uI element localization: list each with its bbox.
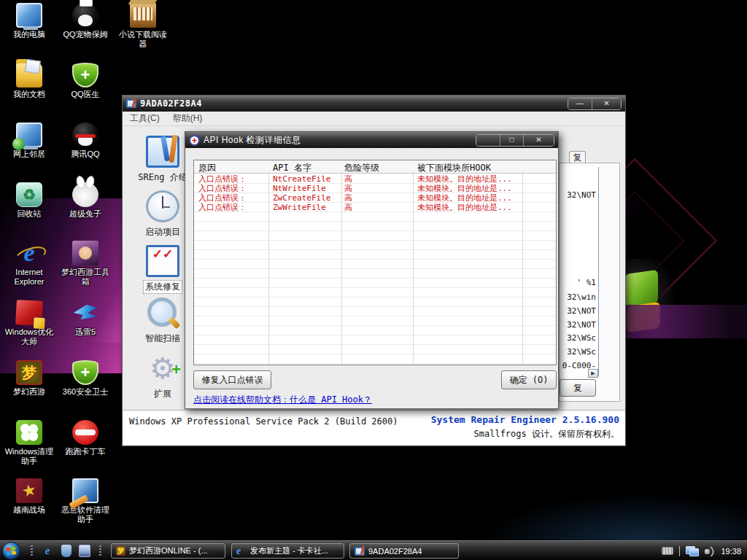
sidebar-item-smart-scan[interactable]: 智能扫描	[133, 297, 192, 345]
list-line: ' %1	[577, 278, 597, 287]
col-api-name[interactable]: API 名字	[273, 162, 311, 174]
desktop-icon-recycle-bin[interactable]: ♻ 回收站	[1, 182, 57, 219]
desktop-icon-tencent-qq[interactable]: 腾讯QQ	[58, 122, 113, 159]
col-reason[interactable]: 原因	[198, 162, 216, 174]
shield-plus-glyph: +	[74, 362, 97, 384]
table-row[interactable]: 入口点错误： NtCreateFile 高 未知模块。目的地址是...	[194, 174, 556, 184]
sidebar-label: 智能扫描	[145, 332, 180, 345]
green-shield-icon: +	[72, 63, 98, 88]
desktop-icon-qq-pet[interactable]: QQ宠物保姆	[58, 3, 113, 39]
table-row[interactable]: 入口点错误： NtWriteFile 高 未知模块。目的地址是...	[194, 184, 556, 193]
tab-system-repair-fragment[interactable]: 复	[569, 151, 586, 163]
cell-reason: 入口点错误：	[198, 203, 247, 212]
col-risk-level[interactable]: 危险等级	[344, 162, 379, 174]
desktop-icon-qq-doctor[interactable]: + QQ医生	[58, 63, 113, 99]
desktop-icon-super-rabbit[interactable]: 超级兔子	[58, 182, 113, 219]
desktop-icon-windows-cleaner[interactable]: Windows清理助手	[1, 420, 57, 466]
list-line: 32\NOT	[567, 190, 596, 200]
quicklaunch-messenger-icon[interactable]	[61, 545, 71, 557]
table-row[interactable]: 入口点错误： ZwWriteFile 高 未知模块。目的地址是...	[194, 203, 556, 212]
desktop-icon-network-places[interactable]: 网上邻居	[1, 122, 57, 159]
menu-help[interactable]: 帮助(H)	[166, 111, 209, 126]
desktop-icon-malware-cleaner[interactable]: 恶意软件清理助手	[58, 478, 113, 524]
dialog-titlebar[interactable]: + API Hook 检测详细信息 □ ✕	[185, 132, 558, 148]
desktop-icon-vietnam[interactable]: ★ 越南战场	[1, 478, 57, 515]
desktop-icon-menghuan[interactable]: 梦 梦幻西游	[1, 360, 57, 397]
taskbar-clock: 19:38	[721, 547, 741, 556]
repair-tab-page-fragment: 32\NOT ' %1 32\win 32\NOT 32\NOT 32\WSc …	[559, 163, 620, 402]
cell-hooked: 未知模块。目的地址是...	[417, 174, 512, 184]
sidebar-label: SREng 介绍	[138, 171, 187, 184]
task-button-forum-post[interactable]: e 发布新主题 - 卡卡社...	[231, 543, 344, 559]
desktop-icon-label: 网上邻居	[1, 149, 57, 159]
desktop-icon-my-computer[interactable]: 我的电脑	[1, 3, 57, 39]
quicklaunch-separator	[31, 545, 33, 556]
quicklaunch-window-icon[interactable]	[79, 545, 90, 557]
repair-button-fragment[interactable]: 复	[560, 379, 596, 397]
desktop-icon-360-safe[interactable]: + 360安全卫士	[58, 360, 113, 397]
minimize-button[interactable]: —	[568, 98, 592, 109]
task-button-sreng[interactable]: 9ADA02F28A4	[349, 543, 459, 559]
list-line: 32\win	[567, 292, 596, 302]
taskbar: e 梦 梦幻西游ONLINE - (... e 发布新主题 - 卡卡社... 9…	[0, 540, 747, 560]
table-row[interactable]: 入口点错误： ZwCreateFile 高 未知模块。目的地址是...	[194, 193, 556, 203]
fix-entry-errors-button[interactable]: 修复入口点错误	[193, 370, 271, 389]
sidebar-item-extensions[interactable]: ⚙+ 扩展	[133, 352, 192, 400]
desktop-icon-my-documents[interactable]: 我的文档	[1, 63, 57, 99]
desktop-icon-internet-explorer[interactable]: e Internet Explorer	[1, 241, 57, 287]
sidebar-item-sreng-intro[interactable]: SREng 介绍	[133, 136, 192, 184]
menghuan-task-icon: 梦	[116, 546, 125, 556]
network-tray-icon[interactable]	[686, 546, 699, 556]
desktop-icon-xunlei[interactable]: 迅雷5	[58, 300, 113, 337]
quicklaunch-ie-icon[interactable]: e	[41, 545, 54, 557]
task-button-menghuan-online[interactable]: 梦 梦幻西游ONLINE - (...	[111, 543, 225, 559]
desktop-icon-label: 360安全卫士	[58, 387, 113, 397]
list-line: 32\WSc	[567, 347, 596, 357]
penguin-nurse-icon	[72, 3, 98, 28]
cell-risk: 高	[344, 174, 352, 184]
clock-icon	[146, 190, 179, 222]
cell-risk: 高	[344, 184, 352, 193]
checklist-icon: ✓✓	[146, 245, 179, 277]
sreng-titlebar[interactable]: 9ADA02F28A4 — ✕	[123, 96, 625, 112]
online-help-link[interactable]: 点击阅读在线帮助文档：什么是 API Hook？	[193, 394, 372, 406]
scroll-right-arrow[interactable]: ▶	[588, 369, 598, 378]
sidebar-item-startup-items[interactable]: 启动项目	[133, 190, 192, 238]
desktop-icon-popkart[interactable]: 跑跑卡丁车	[58, 420, 113, 456]
desktop-icon-label: QQ医生	[58, 90, 113, 99]
dialog-close-button[interactable]: ✕	[523, 135, 554, 146]
tray-separator	[679, 546, 680, 556]
task-label: 发布新主题 - 卡卡社...	[250, 545, 328, 556]
menu-tools[interactable]: 工具(C)	[123, 111, 166, 126]
col-hooked-by[interactable]: 被下面模块所HOOK	[417, 162, 491, 174]
sidebar-item-system-repair[interactable]: ✓✓ 系统修复	[133, 245, 192, 293]
repair-list-fragment[interactable]: 32\NOT ' %1 32\win 32\NOT 32\NOT 32\WSc …	[560, 167, 599, 376]
status-area: Windows XP Professional Service Pack 2 (…	[123, 410, 625, 445]
book-box-icon	[130, 3, 156, 28]
desktop-icon-mh-toolbox[interactable]: 梦幻西游工具箱	[58, 241, 113, 287]
sidebar-label: 启动项目	[145, 226, 180, 238]
cell-reason: 入口点错误：	[198, 174, 247, 184]
cell-api: ZwWriteFile	[273, 203, 326, 212]
desktop-icon-windows-youhua[interactable]: Windows优化大师	[1, 300, 57, 346]
close-button[interactable]: ✕	[592, 98, 621, 109]
sidebar-label: 扩展	[154, 388, 171, 400]
window-controls: — ✕	[568, 98, 622, 110]
desktop-icon-label: 梦幻西游工具箱	[58, 268, 113, 287]
desktop-icon-label: 腾讯QQ	[58, 149, 113, 159]
dialog-maximize-button[interactable]: □	[500, 135, 523, 146]
ie-task-icon: e	[236, 545, 247, 557]
hook-table[interactable]: 原因 API 名字 危险等级 被下面模块所HOOK 入口点错误： NtCreat…	[193, 160, 557, 365]
api-hook-dialog: + API Hook 检测详细信息 □ ✕ 原因 API 名字 危险等级 被下面…	[185, 131, 559, 409]
dream-seal-icon: 梦	[16, 360, 42, 385]
cell-hooked: 未知模块。目的地址是...	[417, 203, 512, 212]
volume-icon[interactable]	[705, 547, 715, 556]
360-shield-icon: +	[72, 360, 98, 385]
input-method-icon[interactable]	[662, 547, 673, 555]
start-button[interactable]	[2, 542, 20, 560]
desktop-icon-label: 小说下载阅读器	[115, 30, 171, 49]
ok-button[interactable]: 确定 (O)	[501, 370, 557, 389]
desktop-icon-novel-reader[interactable]: 小说下载阅读器	[115, 3, 171, 49]
ie-e-glyph: e	[16, 241, 42, 265]
red-cube-icon	[15, 300, 43, 326]
